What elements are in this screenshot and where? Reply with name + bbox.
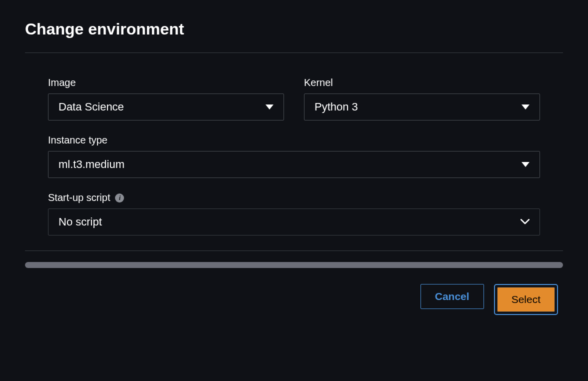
horizontal-scrollbar[interactable]: [25, 262, 563, 268]
caret-down-icon: [266, 104, 274, 110]
select-image[interactable]: Data Science: [48, 94, 284, 120]
select-image-value: Data Science: [58, 100, 124, 114]
label-startup-script: Start-up script: [48, 192, 110, 204]
change-environment-dialog: Change environment Image Data Science Ke…: [0, 0, 588, 330]
info-icon[interactable]: i: [115, 194, 124, 202]
footer-actions: Cancel Select: [25, 284, 563, 315]
caret-down-icon: [522, 104, 530, 110]
select-instance-type[interactable]: ml.t3.medium: [48, 151, 540, 178]
select-kernel-value: Python 3: [314, 100, 358, 114]
field-image: Image Data Science: [48, 77, 284, 120]
select-instance-type-value: ml.t3.medium: [58, 158, 124, 171]
label-instance-type: Instance type: [48, 134, 108, 146]
select-kernel[interactable]: Python 3: [304, 94, 540, 120]
select-button-focus-ring: Select: [494, 284, 558, 315]
chevron-down-icon: [520, 218, 530, 226]
dialog-title: Change environment: [25, 20, 563, 53]
caret-down-icon: [522, 162, 530, 167]
field-kernel: Kernel Python 3: [304, 77, 540, 120]
label-kernel: Kernel: [304, 77, 333, 88]
form-area: Image Data Science Kernel Python 3 In: [25, 77, 563, 236]
cancel-button[interactable]: Cancel: [420, 284, 484, 309]
row-image-kernel: Image Data Science Kernel Python 3: [48, 77, 540, 120]
select-button[interactable]: Select: [497, 287, 555, 312]
field-startup-script: Start-up script i No script: [48, 192, 540, 236]
select-startup-script-value: No script: [58, 216, 102, 228]
select-startup-script[interactable]: No script: [48, 208, 540, 236]
footer-section: Cancel Select: [25, 250, 563, 315]
field-instance-type: Instance type ml.t3.medium: [48, 134, 540, 178]
label-image: Image: [48, 77, 76, 88]
